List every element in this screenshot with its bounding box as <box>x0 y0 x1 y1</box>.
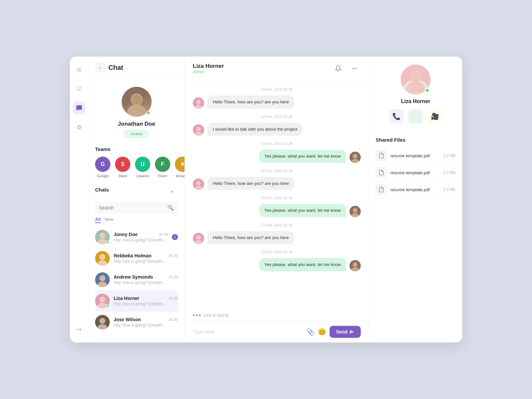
chat-header-name: Liza Horner <box>193 63 224 69</box>
team-slack[interactable]: S Slack <box>115 157 130 178</box>
msg-avatar-received-4 <box>193 179 204 190</box>
activity-icon[interactable]: ◎ <box>73 63 85 76</box>
teams-title: Teams <box>95 146 178 152</box>
add-chat-button[interactable]: + <box>166 186 178 198</box>
profile-avatar-wrap <box>122 87 152 117</box>
call-button[interactable]: 📞 <box>389 109 404 124</box>
chat-badge-jonny: 1 <box>172 234 178 240</box>
team-upwork[interactable]: U Upwork <box>135 157 150 178</box>
chat-header-status: Active <box>193 69 224 74</box>
chat-name-jose: Jose Wilson <box>114 317 141 322</box>
file-info-2: resume template.pdf <box>390 170 440 176</box>
svg-point-4 <box>98 239 107 244</box>
msg-timestamp-6: 23 Feb, 2022 20:30 <box>193 223 361 227</box>
file-name-3: resume template.pdf <box>390 187 430 192</box>
file-item-3[interactable]: resume template.pdf 2.2 Mb <box>376 181 456 198</box>
chat-name-rebbeka: Rebbeka Holman <box>114 253 152 258</box>
right-avatar-wrap <box>401 65 431 94</box>
shared-files-section: Shared Files resume template.pdf 2.2 Mb … <box>376 137 456 198</box>
right-contact-name: Liza Horner <box>401 98 430 104</box>
svg-point-15 <box>356 68 357 69</box>
file-item-2[interactable]: resume template.pdf 2.2 Mb <box>376 164 456 181</box>
chat-header: Liza Horner Active <box>185 57 369 81</box>
chat-avatar-wrap-andrew <box>95 272 110 287</box>
svg-point-22 <box>196 181 201 186</box>
chat-name-row-liza: Liza Horner 20:30 <box>114 296 178 301</box>
profile-name: Jonathan Doe <box>118 121 155 127</box>
emoji-icon[interactable]: 😊 <box>318 328 326 336</box>
msg-bubble-5: Yes please. what you want. let me know <box>259 204 346 217</box>
chats-section: Chats + 🔍 All New <box>88 183 185 342</box>
teams-section: Teams G Google S Slack U Upwork F Fiverr <box>88 143 185 183</box>
team-amazon[interactable]: A Amazon <box>175 157 185 178</box>
notification-bell-button[interactable] <box>332 63 344 74</box>
send-button[interactable]: Send <box>330 326 361 338</box>
msg-bubble-2: I would like to talk with you about the … <box>207 123 303 136</box>
chat-avatar-wrap-rebbeka <box>95 251 110 266</box>
chat-online-jonny <box>106 241 109 244</box>
msg-row-5: Yes please. what you want. let me know <box>193 204 361 217</box>
msg-row-4: Hello There, how are you? are you here <box>193 177 361 190</box>
file-size-3: 2.2 Mb <box>443 187 456 192</box>
chat-preview-jonny: Hey, how is going? Everything is fine? <box>114 238 167 242</box>
team-label-upwork: Upwork <box>136 174 149 178</box>
logout-icon[interactable]: ↪ <box>73 323 85 336</box>
chat-name-row-rebbeka: Rebbeka Holman 20:30 <box>114 253 178 258</box>
chat-item-jonny-doe[interactable]: Jonny Doe 20:30 Hey, how is going? Every… <box>95 226 178 248</box>
settings-icon[interactable]: ⚙ <box>73 121 85 134</box>
svg-point-10 <box>98 303 107 308</box>
chat-info-rebbeka: Rebbeka Holman 20:30 Hey, how is going? … <box>114 253 178 264</box>
chat-item-rebbeka[interactable]: Rebbeka Holman 20:30 Hey, how is going? … <box>95 248 178 269</box>
chats-header: Chats + <box>95 186 178 198</box>
chat-item-andrew[interactable]: Andrew Symonds 20:30 Hey, how is going? … <box>95 269 178 290</box>
file-info-1: resume template.pdf <box>390 153 440 159</box>
file-item-1[interactable]: resume template.pdf 2.2 Mb <box>376 147 456 164</box>
svg-point-29 <box>351 267 359 271</box>
typing-dot-2 <box>196 314 198 316</box>
msg-timestamp-5: 23 Feb, 2022 20:30 <box>193 196 361 200</box>
msg-row-6: Hello There, how are you? are you here <box>193 231 361 244</box>
message-input[interactable] <box>193 329 303 334</box>
team-google[interactable]: G Google <box>95 157 110 178</box>
file-name-1: resume template.pdf <box>390 153 430 158</box>
file-size-1: 2.2 Mb <box>443 153 456 158</box>
chat-item-jose[interactable]: Jose Wilson 20:30 Hey, how is going? Eve… <box>95 312 178 333</box>
svg-point-14 <box>354 68 355 69</box>
svg-point-12 <box>98 324 107 330</box>
back-button[interactable]: ‹ <box>95 63 105 72</box>
chat-time-jonny: 20:30 <box>159 232 168 236</box>
svg-point-1 <box>127 104 146 117</box>
chat-panel: Liza Horner Active 23 Feb, 2022 20:30 <box>185 57 369 342</box>
svg-point-25 <box>351 213 359 217</box>
shared-files-title: Shared Files <box>376 137 456 143</box>
search-input[interactable] <box>99 205 167 210</box>
right-online-dot <box>425 88 429 92</box>
more-options-button[interactable] <box>349 63 361 74</box>
msg-group-6: 23 Feb, 2022 20:30 Hello There, how are … <box>193 223 361 244</box>
attachment-icon[interactable]: 📎 <box>306 328 315 336</box>
tasks-icon[interactable]: ☑ <box>73 82 85 95</box>
nav-sidebar: ◎ ☑ ⚙ ↪ <box>70 57 88 342</box>
team-label-amazon: Amazon <box>176 174 185 178</box>
search-icon: 🔍 <box>167 204 174 211</box>
svg-point-26 <box>196 235 201 240</box>
typing-text: Liza is typing <box>203 313 228 318</box>
chat-preview-rebbeka: Hey, how is going? Everything is fine? <box>114 259 167 264</box>
msg-timestamp-1: 23 Feb, 2022 20:30 <box>193 87 361 91</box>
file-icon-2 <box>376 167 387 178</box>
filter-all-tab[interactable]: All <box>95 217 101 223</box>
team-fiverr[interactable]: F Fiverr <box>155 157 170 178</box>
right-profile-section: Liza Horner 📞 ✉️ 🎥 <box>376 65 456 124</box>
chat-nav-icon[interactable] <box>73 102 85 114</box>
msg-bubble-3: Yes please. what you want. let me know <box>259 150 346 163</box>
file-info-3: resume template.pdf <box>390 187 440 193</box>
chat-item-liza[interactable]: Liza Horner 20:30 Hey, how is going? Eve… <box>95 290 178 312</box>
chat-avatar-wrap-liza <box>95 294 110 308</box>
file-icon-3 <box>376 184 387 195</box>
email-button[interactable]: ✉️ <box>408 109 423 124</box>
msg-bubble-6: Hello There, how are you? are you here <box>207 231 294 244</box>
filter-new-tab[interactable]: New <box>105 217 114 223</box>
video-button[interactable]: 🎥 <box>428 109 442 124</box>
chat-avatar-jose <box>95 315 110 330</box>
svg-point-5 <box>99 254 105 260</box>
